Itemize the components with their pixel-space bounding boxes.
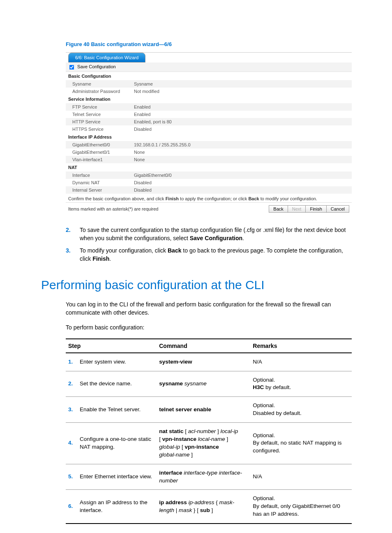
row-ftp: FTP ServiceEnabled <box>66 103 352 111</box>
numbered-list: 2. To save the current configuration to … <box>66 226 352 263</box>
row-int-server: Internal ServerDisabled <box>66 186 352 194</box>
wizard-footer: Items marked with an asterisk(*) are req… <box>66 202 352 215</box>
list-item-2: 2. To save the current configuration to … <box>66 226 352 243</box>
wizard-screenshot: 6/6: Basic Configuration Wizard Save Con… <box>66 52 352 215</box>
th-command: Command <box>157 339 250 353</box>
row-sysname: SysnameSysname <box>66 80 352 88</box>
save-config-checkbox[interactable] <box>69 65 74 70</box>
lead-in-paragraph: To perform basic configuration: <box>66 323 352 331</box>
save-config-label: Save Configuration <box>77 64 116 69</box>
figure-caption: Figure 40 Basic configuration wizard—6/6 <box>66 41 352 47</box>
table-row: 2. Set the device name. sysname sysname … <box>66 371 352 397</box>
table-row: 4. Configure a one-to-one static NAT map… <box>66 423 352 464</box>
row-ge01: GigabitEthernet0/1None <box>66 148 352 156</box>
table-row: 6. Assign an IP address to the interface… <box>66 490 352 524</box>
th-remarks: Remarks <box>250 339 352 353</box>
heading-cli: Performing basic configuration at the CL… <box>41 278 352 292</box>
next-button: Next <box>288 205 306 213</box>
confirm-text: Confirm the basic configuration above, a… <box>66 194 352 202</box>
cancel-button[interactable]: Cancel <box>326 205 349 213</box>
row-https: HTTPS ServiceDisabled <box>66 125 352 133</box>
section-iface-title: Interface IP Address <box>66 133 352 141</box>
wizard-buttons: Back Next Finish Cancel <box>269 205 349 213</box>
section-basic-title: Basic Configuration <box>66 72 352 80</box>
asterisk-note: Items marked with an asterisk(*) are req… <box>68 206 158 211</box>
list-item-3: 3. To modify your configuration, click B… <box>66 246 352 263</box>
table-row: 5. Enter Ethernet interface view. interf… <box>66 464 352 490</box>
row-admin-password: Administrator PasswordNot modified <box>66 88 352 95</box>
th-step: Step <box>66 339 157 353</box>
table-row: 3. Enable the Telnet server. telnet serv… <box>66 397 352 423</box>
wizard-tab: 6/6: Basic Configuration Wizard <box>68 53 145 63</box>
back-button[interactable]: Back <box>269 205 288 213</box>
row-dyn-nat: Dynamic NATDisabled <box>66 179 352 186</box>
intro-paragraph: You can log in to the CLI of the firewal… <box>66 300 352 317</box>
save-config-row: Save Configuration <box>66 63 352 72</box>
row-vlan1: Vlan-interface1None <box>66 156 352 163</box>
section-service-title: Service Information <box>66 95 352 103</box>
cli-table: Step Command Remarks 1. Enter system vie… <box>66 338 352 524</box>
row-telnet: Telnet ServiceEnabled <box>66 111 352 118</box>
row-ge00: GigabitEthernet0/0192.168.0.1 / 255.255.… <box>66 141 352 148</box>
row-nat-if: InterfaceGigabitEthernet0/0 <box>66 171 352 179</box>
row-http: HTTP ServiceEnabled, port is 80 <box>66 118 352 125</box>
finish-button[interactable]: Finish <box>305 205 326 213</box>
section-nat-title: NAT <box>66 163 352 171</box>
table-row: 1. Enter system view. system-view N/A <box>66 353 352 371</box>
